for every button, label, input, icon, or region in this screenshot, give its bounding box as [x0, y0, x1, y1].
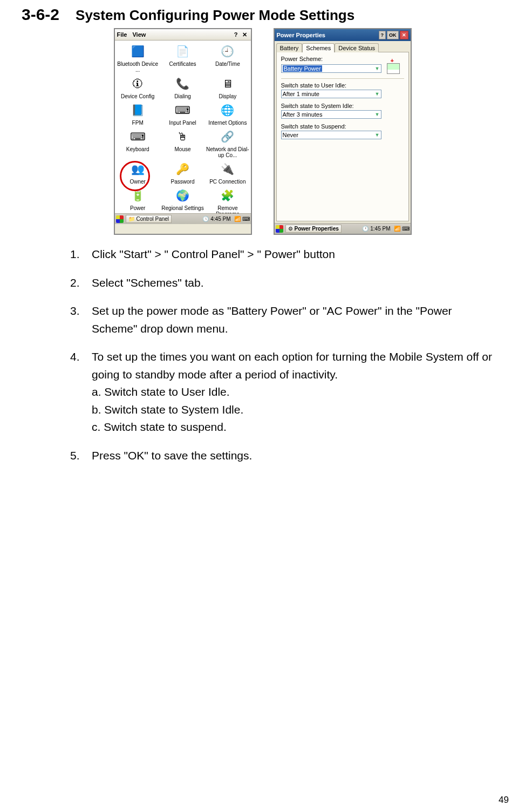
network-icon: 🔗 — [219, 128, 236, 145]
cp-label: Remove Programs — [206, 205, 249, 213]
globe-icon: 🌐 — [219, 102, 236, 119]
cp-label: Network and Dial-up Co... — [206, 146, 249, 158]
globe-icon: 🌍 — [174, 187, 191, 204]
taskbar-clock: 🕐 1:45 PM — [361, 226, 391, 232]
menu-view[interactable]: View — [132, 31, 146, 38]
cp-item-password[interactable]: 🔑Password — [161, 160, 204, 185]
cp-label: Keyboard — [126, 146, 149, 152]
cp-item-bluetooth[interactable]: 🟦Bluetooth Device ... — [116, 43, 160, 73]
cp-item-keyboard[interactable]: ⌨Keyboard — [116, 128, 160, 158]
certificates-icon: 📄 — [174, 43, 191, 60]
user-idle-value: After 1 minute — [283, 91, 319, 97]
cp-label: Bluetooth Device ... — [116, 61, 160, 73]
start-button[interactable] — [276, 225, 283, 233]
clock-text: 4:45 PM — [210, 216, 230, 222]
step-text: To set up the times you want on each opt… — [92, 348, 493, 436]
cp-item-certificates[interactable]: 📄Certificates — [161, 43, 204, 73]
power-scheme-select[interactable]: Battery Power ▼ — [281, 64, 381, 73]
taskbar-app-label: Power Properties — [295, 226, 339, 232]
system-idle-select[interactable]: After 3 minutes ▼ — [281, 110, 381, 119]
cp-item-regional[interactable]: 🌍Regional Settings — [161, 187, 204, 213]
tray-icon[interactable]: ⌨ — [402, 226, 410, 232]
cp-label: Dialing — [174, 93, 191, 99]
keyboard-icon: ⌨ — [174, 102, 191, 119]
tray-icon[interactable]: 📶 — [234, 216, 241, 222]
mouse-icon: 🖱 — [174, 128, 191, 145]
system-idle-label: Switch state to System Idle: — [281, 103, 404, 109]
taskbar-app[interactable]: ⚙ Power Properties — [285, 225, 342, 233]
step-number: 5. — [70, 447, 92, 465]
plug-icon: 🔌 — [219, 160, 236, 178]
cp-label: Power — [130, 205, 145, 211]
cp-item-remove[interactable]: 🧩Remove Programs — [206, 187, 249, 213]
taskbar-app[interactable]: 📁 Control Panel — [126, 215, 172, 223]
cp-item-owner[interactable]: 👥Owner — [116, 160, 160, 185]
step-text: Click "Start" > " Control Panel" > " Pow… — [92, 246, 493, 263]
tab-schemes[interactable]: Schemes — [302, 43, 335, 52]
cp-item-power[interactable]: 🔋 Power — [116, 187, 160, 213]
tray-icon[interactable]: ⌨ — [242, 216, 250, 222]
close-button[interactable]: ✕ — [400, 31, 408, 39]
phone-icon: 📞 — [174, 75, 191, 92]
clock-text: 1:45 PM — [370, 226, 390, 232]
system-tray: 📶⌨ — [394, 226, 410, 232]
cp-label: Password — [171, 179, 195, 185]
chevron-down-icon: ▼ — [375, 66, 380, 71]
cp-item-deviceconfig[interactable]: 🛈Device Config — [116, 75, 160, 99]
cp-label: Display — [219, 93, 236, 99]
step-text: Press "OK" to save the settings. — [92, 447, 493, 465]
cp-item-display[interactable]: 🖥Display — [206, 75, 249, 99]
cp-item-pcconn[interactable]: 🔌PC Connection — [206, 160, 249, 185]
step-number: 1. — [70, 246, 92, 263]
window-title: Power Properties — [277, 32, 325, 38]
keyboard-icon: ⌨ — [129, 128, 146, 145]
cp-item-inputpanel[interactable]: ⌨Input Panel — [161, 102, 204, 126]
step-number: 2. — [70, 274, 92, 292]
cp-item-datetime[interactable]: 🕘Date/Time — [206, 43, 249, 73]
cp-item-mouse[interactable]: 🖱Mouse — [161, 128, 204, 158]
power-properties-screenshot: Power Properties ? OK ✕ Battery Schemes … — [274, 28, 412, 235]
cp-label: Owner — [129, 179, 145, 185]
cp-label: Input Panel — [169, 120, 196, 126]
suspend-value: Never — [283, 132, 298, 138]
section-title: System Configuring Power Mode Settings — [76, 7, 354, 24]
power-icon: 🔋 — [129, 187, 146, 204]
cp-label: Regional Settings — [161, 205, 203, 211]
system-tray: 📶⌨ — [234, 216, 250, 222]
step-sub-a: a. Switch state to User Idle. — [92, 383, 493, 401]
battery-icon — [387, 63, 400, 74]
cp-item-internet[interactable]: 🌐Internet Options — [206, 102, 249, 126]
chevron-down-icon: ▼ — [375, 112, 380, 117]
step-sub-b: b. Switch state to System Idle. — [92, 401, 493, 419]
cp-label: Date/Time — [215, 61, 240, 67]
display-icon: 🖥 — [219, 75, 236, 92]
ok-button[interactable]: OK — [387, 31, 399, 39]
bluetooth-icon: 🟦 — [129, 43, 146, 60]
info-icon: 🛈 — [129, 75, 146, 92]
cp-item-fpm[interactable]: 📘FPM — [116, 102, 160, 126]
start-button[interactable] — [116, 215, 124, 223]
suspend-select[interactable]: Never ▼ — [281, 131, 381, 139]
cp-item-dialing[interactable]: 📞Dialing — [161, 75, 204, 99]
power-scheme-label: Power Scheme: — [281, 56, 404, 62]
tab-battery[interactable]: Battery — [276, 43, 303, 52]
cp-label: Device Config — [121, 93, 154, 99]
cp-label: Internet Options — [208, 120, 247, 126]
cp-label: Mouse — [174, 146, 190, 152]
cp-label: Certificates — [169, 61, 196, 67]
help-icon[interactable]: ? — [234, 31, 238, 38]
instruction-list: 1.Click "Start" > " Control Panel" > " P… — [22, 246, 503, 464]
menu-file[interactable]: File — [117, 31, 127, 38]
taskbar-clock: 🕓 4:45 PM — [201, 216, 231, 222]
tab-device-status[interactable]: Device Status — [335, 43, 379, 52]
user-idle-select[interactable]: After 1 minute ▼ — [281, 90, 381, 98]
close-icon[interactable]: ✕ — [241, 31, 249, 38]
cp-label: FPM — [132, 120, 144, 126]
taskbar-app-label: Control Panel — [137, 216, 169, 222]
folder-icon: 📁 — [128, 216, 135, 222]
cp-item-network[interactable]: 🔗Network and Dial-up Co... — [206, 128, 249, 158]
clock-icon: 🕘 — [219, 43, 236, 60]
help-button[interactable]: ? — [379, 31, 386, 39]
step-main: To set up the times you want on each opt… — [92, 348, 493, 383]
tray-icon[interactable]: 📶 — [394, 226, 400, 232]
